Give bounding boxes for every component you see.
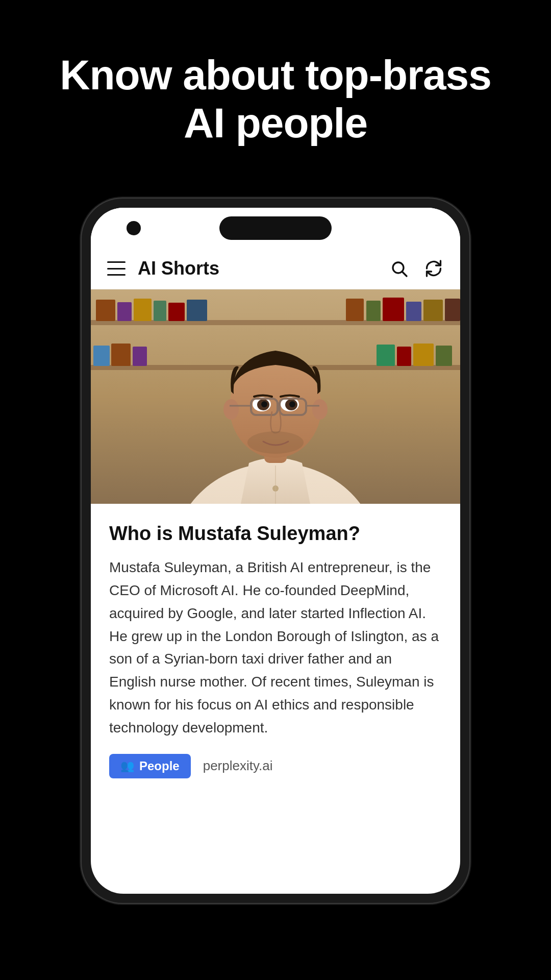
svg-rect-9 bbox=[187, 300, 207, 321]
phone-screen: AI Shorts bbox=[91, 208, 460, 894]
refresh-button[interactable] bbox=[423, 258, 444, 279]
article-content: Who is Mustafa Suleyman? Mustafa Suleyma… bbox=[91, 504, 460, 894]
svg-rect-4 bbox=[96, 300, 115, 321]
dynamic-island bbox=[219, 216, 332, 240]
svg-rect-19 bbox=[133, 347, 147, 366]
svg-rect-13 bbox=[406, 302, 421, 321]
svg-point-28 bbox=[312, 399, 328, 420]
phone-mockup: AI Shorts bbox=[82, 199, 469, 903]
article-title: Who is Mustafa Suleyman? bbox=[109, 522, 442, 546]
svg-rect-5 bbox=[117, 302, 132, 321]
camera-dot bbox=[127, 221, 141, 235]
svg-rect-12 bbox=[383, 298, 404, 321]
app-topbar: AI Shorts bbox=[91, 249, 460, 289]
svg-point-34 bbox=[289, 401, 295, 407]
status-bar bbox=[91, 208, 460, 249]
search-button[interactable] bbox=[389, 258, 409, 279]
svg-point-40 bbox=[247, 431, 304, 454]
app-title: AI Shorts bbox=[138, 258, 389, 279]
svg-rect-7 bbox=[154, 301, 166, 321]
svg-rect-22 bbox=[413, 344, 434, 366]
article-image bbox=[91, 289, 460, 504]
tag-badge[interactable]: 👥 People bbox=[109, 754, 191, 778]
phone-frame: AI Shorts bbox=[82, 199, 469, 903]
tag-label: People bbox=[139, 759, 180, 773]
people-icon: 👥 bbox=[120, 760, 134, 773]
svg-rect-10 bbox=[346, 299, 364, 321]
page-headline: Know about top-brass AI people bbox=[0, 0, 551, 188]
menu-button[interactable] bbox=[107, 261, 126, 276]
svg-rect-20 bbox=[377, 345, 395, 366]
article-footer: 👥 People perplexity.ai bbox=[109, 754, 442, 778]
svg-rect-18 bbox=[111, 344, 131, 366]
svg-point-27 bbox=[223, 399, 239, 420]
svg-rect-14 bbox=[423, 300, 443, 321]
svg-rect-8 bbox=[168, 303, 185, 321]
svg-rect-23 bbox=[436, 346, 452, 366]
source-label: perplexity.ai bbox=[203, 758, 273, 774]
svg-rect-21 bbox=[397, 347, 411, 366]
topbar-icons bbox=[389, 258, 444, 279]
svg-point-33 bbox=[261, 401, 267, 407]
svg-rect-11 bbox=[366, 301, 381, 321]
svg-rect-17 bbox=[93, 346, 110, 366]
svg-rect-6 bbox=[134, 299, 152, 321]
article-body: Mustafa Suleyman, a British AI entrepren… bbox=[109, 556, 442, 739]
svg-line-1 bbox=[403, 272, 407, 276]
svg-rect-15 bbox=[445, 299, 460, 321]
